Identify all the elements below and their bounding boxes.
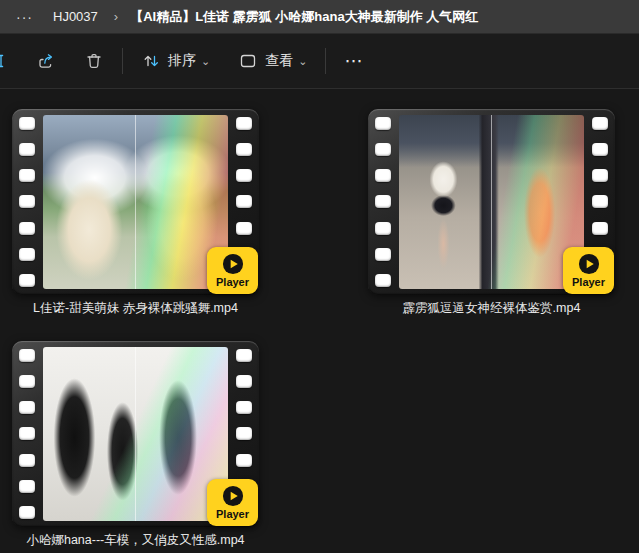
- share-button[interactable]: [26, 43, 66, 79]
- sort-button[interactable]: 排序 ⌄: [131, 43, 220, 79]
- video-file-item[interactable]: Player 小哈娜hana---车模，又俏皮又性感.mp4: [12, 341, 259, 549]
- breadcrumb-bar: ··· HJ0037 › 【AI精品】L佳诺 霹雳狐 小哈娜hana大神最新制作…: [0, 0, 639, 34]
- play-icon: [222, 253, 244, 275]
- sort-button-label: 排序: [168, 52, 196, 70]
- video-file-item[interactable]: Player 霹雳狐逗逼女神经裸体鉴赏.mp4: [368, 109, 615, 317]
- player-badge-label: Player: [216, 508, 249, 520]
- play-icon: [222, 485, 244, 507]
- rename-icon: [0, 51, 8, 71]
- filmstrip-holes: [375, 117, 391, 287]
- player-badge: Player: [207, 479, 258, 526]
- more-icon: ⋯: [344, 50, 364, 72]
- player-badge-label: Player: [572, 276, 605, 288]
- thumbnail-image: [43, 115, 228, 289]
- delete-button[interactable]: [74, 43, 114, 79]
- player-badge-label: Player: [216, 276, 249, 288]
- trash-icon: [84, 51, 104, 71]
- chevron-down-icon: ⌄: [201, 55, 210, 68]
- breadcrumb-overflow-button[interactable]: ···: [10, 7, 39, 27]
- player-badge: Player: [207, 247, 258, 294]
- view-button-label: 查看: [265, 52, 293, 70]
- rename-button[interactable]: [0, 43, 18, 79]
- breadcrumb-chevron-icon: ›: [112, 9, 120, 24]
- video-file-item[interactable]: Player L佳诺-甜美萌妹 赤身裸体跳骚舞.mp4: [12, 109, 259, 317]
- command-bar: 排序 ⌄ 查看 ⌄ ⋯: [0, 34, 639, 89]
- breadcrumb-folder[interactable]: HJ0037: [45, 6, 106, 27]
- video-thumbnail[interactable]: Player: [368, 109, 615, 295]
- file-name[interactable]: L佳诺-甜美萌妹 赤身裸体跳骚舞.mp4: [12, 300, 259, 317]
- sort-icon: [141, 51, 161, 71]
- file-name[interactable]: 小哈娜hana---车模，又俏皮又性感.mp4: [12, 532, 259, 549]
- filmstrip-holes: [19, 117, 35, 287]
- thumbnail-image: [43, 347, 228, 521]
- chevron-down-icon: ⌄: [298, 55, 307, 68]
- video-thumbnail[interactable]: Player: [12, 109, 259, 295]
- player-badge: Player: [563, 247, 614, 294]
- view-icon: [238, 51, 258, 71]
- play-icon: [578, 253, 600, 275]
- file-explorer-window: { "breadcrumb": { "folder": "HJ0037", "c…: [0, 0, 639, 553]
- filmstrip-holes: [19, 349, 35, 519]
- file-name[interactable]: 霹雳狐逗逼女神经裸体鉴赏.mp4: [368, 300, 615, 317]
- more-options-button[interactable]: ⋯: [334, 43, 374, 79]
- video-thumbnail[interactable]: Player: [12, 341, 259, 527]
- toolbar-divider: [122, 48, 123, 74]
- view-button[interactable]: 查看 ⌄: [228, 43, 317, 79]
- breadcrumb-current-folder[interactable]: 【AI精品】L佳诺 霹雳狐 小哈娜hana大神最新制作 人气网红: [126, 5, 482, 29]
- toolbar-divider: [325, 48, 326, 74]
- thumbnail-image: [399, 115, 584, 289]
- file-grid: Player L佳诺-甜美萌妹 赤身裸体跳骚舞.mp4 Player 霹雳狐逗逼…: [0, 89, 639, 549]
- share-icon: [36, 51, 56, 71]
